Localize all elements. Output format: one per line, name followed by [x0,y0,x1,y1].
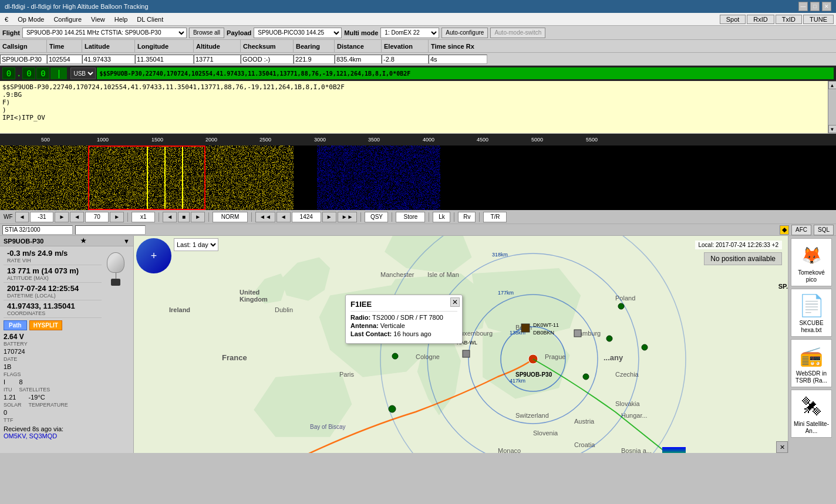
checksum-input[interactable] [241,55,294,64]
lp-details: 2.64 V BATTERY 170724 DATE 1B FLAGS I IT… [0,332,133,441]
flight-select[interactable]: SP9UOB-P30 144.251 MHz CTSTIA: SP9UOB-P3… [22,28,187,38]
menu-dlclient[interactable]: DL Client [132,15,168,24]
last-day-select[interactable]: Last: 1 day [174,238,218,251]
map-area[interactable]: UnitedKingdom Ireland France Isle of Man… [134,236,788,453]
lp-star: ★ [80,237,86,245]
wf-controls: WF ◄ -31 ► ◄ 70 ► x1 ◄ ■ ► NORM ◄◄ ◄ 142… [0,210,836,224]
distance-input[interactable] [335,55,382,64]
elevation-input[interactable] [382,55,429,64]
map-label-prague: Prague [545,353,565,360]
map-label-united-kingdom: UnitedKingdom [240,289,268,303]
map-close-button[interactable]: ✕ [776,441,788,453]
rp-label-skcube: SKCUBE hexa.txt [793,320,830,334]
close-button[interactable]: ✕ [822,2,831,11]
payload-label: Payload [227,29,251,36]
minimize-button[interactable]: — [798,2,808,11]
popup-contact-row: Last Contact: 16 hours ago [350,330,457,337]
tune-button[interactable]: TUNE [803,15,834,24]
signal-digit-1: 0 [2,67,15,79]
sql-button[interactable]: SQL [814,225,834,235]
lp-battery-row: 2.64 V BATTERY [4,333,130,347]
rxid-button[interactable]: RxID [747,15,774,24]
waterfall-selection[interactable] [88,146,205,210]
wf-zoom-fwd[interactable]: ► [191,212,205,222]
maximize-button[interactable]: □ [810,2,820,11]
longitude-input[interactable] [135,55,194,64]
auto-configure-button[interactable]: Auto-configure [441,28,488,38]
menu-opmode[interactable]: Op Mode [13,15,49,24]
rp-icon-satellite[interactable]: 🛰 Mini Satellite-An... [791,390,832,438]
wf-fwd-btn[interactable]: ► [55,212,69,222]
popup-antenna-row: Antenna: Verticale [350,322,457,329]
wf-play-back[interactable]: ◄ [277,212,291,222]
map-label-cologne: Cologne [416,353,440,360]
map-label-isle-of-man: Isle of Man [427,271,459,278]
map-label-slovakia: Slovakia [615,400,640,407]
lp-datetime-label: DATETIME (LOCAL) [7,293,98,299]
wf-back2-btn[interactable]: ◄ [70,212,84,222]
path-button[interactable]: Path [4,320,27,330]
browse-all-button[interactable]: Browse all [189,28,224,38]
lp-altitude-label: ALTITUDE (MAX) [7,275,98,281]
wf-store: Store [396,212,425,222]
altitude-input[interactable] [194,55,241,64]
txid-button[interactable]: TxID [776,15,802,24]
lp-ttf-label: TTF [4,417,14,423]
waterfall-display[interactable] [0,146,836,210]
lp-date-row: 170724 DATE [4,348,130,362]
wf-fwd2-btn[interactable]: ► [110,212,124,222]
callsign-input[interactable] [0,55,47,64]
mode-select[interactable]: USB [70,67,96,79]
afc-indicator[interactable]: ◆ [780,225,789,235]
lp-coords-section: 41.97433, 11.35041 COORDINATES [4,300,102,318]
wf-play-fwd[interactable]: ► [322,212,336,222]
time-input[interactable] [47,55,82,64]
freq-5000: 5000 [531,137,543,143]
popup-antenna-label: Antenna: [350,322,379,329]
scroll-down[interactable]: ▼ [828,125,837,133]
freq-ruler: 500 1000 1500 2000 2500 3000 3500 4000 4… [0,134,836,146]
time-rx-input[interactable] [429,55,487,64]
rp-icon-skcube[interactable]: 📄 SKCUBE hexa.txt [791,289,832,337]
text-area: $$SP9UOB-P30,22740,170724,102554,41.9743… [0,81,836,134]
wf-stop-btn[interactable]: ■ [178,212,190,222]
bearing-input[interactable] [294,55,335,64]
lp-sat-label: SATELLITES [19,387,50,393]
map-label-bosnia: Bosnia a... [621,447,652,453]
lp-rate-label: RATE VIH [7,258,98,263]
lp-altitude-section: 13 771 m (14 073 m) ALTITUDE (MAX) [4,265,102,283]
main-content: SP9UOB-P30 ★ ▼ -0.3 m/s 24.9 m/s RATE VI… [0,236,836,453]
lp-header: SP9UOB-P30 ★ ▼ [0,236,133,246]
map-label-hungary: Hungar... [621,412,648,419]
wf-rev-btn[interactable]: ◄◄ [255,212,275,222]
latitude-input[interactable] [82,55,135,64]
wf-rv: Rv [458,212,476,222]
popup-close-button[interactable]: ✕ [450,297,460,307]
wf-tr: T/R [483,212,507,222]
auto-mode-switch-button[interactable]: Auto-mode-switch [490,28,545,38]
map-toolbar: + Last: 1 day [136,238,218,273]
rp-label-tomekove: Tomekové pico [793,269,830,283]
menu-file[interactable]: € [0,15,13,24]
menu-help[interactable]: Help [110,15,133,24]
map-label-dublin: Dublin [275,306,293,313]
multi-mode-select[interactable]: 1: DomEX 22 [380,28,439,38]
afc-button[interactable]: AFC [791,225,811,235]
compass-icon[interactable]: + [136,238,171,273]
lp-dropdown[interactable]: ▼ [123,238,130,245]
menu-view[interactable]: View [86,15,110,24]
spot-button[interactable]: Spot [720,15,746,24]
wf-back-btn[interactable]: ◄ [15,212,29,222]
popup-contact-label: Last Contact: [350,330,392,337]
popup-radio-row: Radio: TS2000 / SDR / FT 7800 [350,314,457,321]
wf-zoom-back[interactable]: ◄ [163,212,177,222]
wf-fwd3-btn[interactable]: ►► [338,212,358,222]
scroll-up[interactable]: ▲ [828,81,837,89]
menu-configure[interactable]: Configure [49,15,86,24]
rp-icon-websdr[interactable]: 📻 WebSDR in TSRB (Ra... [791,339,832,387]
rp-icon-tomekove[interactable]: 🦊 Tomekové pico [791,238,832,286]
freq-4500: 4500 [477,137,488,143]
textarea-scrollbar[interactable]: ▲ ▼ [828,81,836,133]
hysplit-button[interactable]: HYSPLIT [29,320,62,330]
payload-select[interactable]: SP9UOB-PICO30 144.25 [254,28,342,38]
